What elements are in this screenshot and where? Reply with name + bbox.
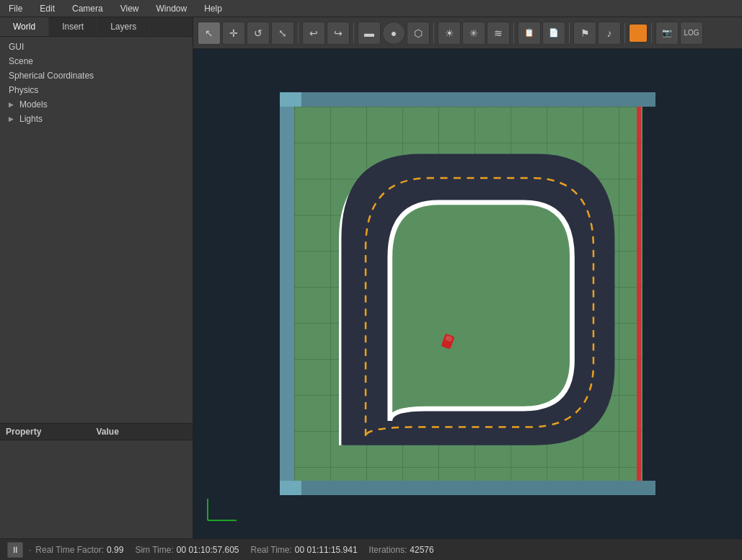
tree-item-lights-label: Lights bbox=[19, 114, 43, 124]
property-panel: Property Value bbox=[0, 423, 193, 538]
menu-edit[interactable]: Edit bbox=[34, 2, 61, 15]
iterations-value: 42576 bbox=[410, 545, 433, 555]
tree-item-scene[interactable]: Scene bbox=[0, 54, 193, 68]
realtime-factor-label: Real Time Factor: bbox=[35, 545, 104, 555]
menu-file[interactable]: File bbox=[3, 2, 28, 15]
point-light-button[interactable]: ☀ bbox=[438, 22, 461, 45]
scene-area bbox=[193, 49, 742, 538]
realtime-dot: · bbox=[29, 545, 31, 555]
directional-light-button[interactable]: ≋ bbox=[487, 22, 510, 45]
sep2 bbox=[353, 23, 354, 43]
iterations-label: Iterations: bbox=[369, 545, 407, 555]
tree-item-models-label: Models bbox=[19, 99, 48, 110]
wall-right bbox=[641, 49, 742, 538]
screenshot-button[interactable]: 📷 bbox=[655, 22, 679, 45]
menubar: File Edit Camera View Window Help bbox=[0, 0, 742, 17]
sim-time-value: 00 01:10:57.605 bbox=[177, 545, 239, 555]
sep1 bbox=[298, 23, 299, 43]
box-shape-button[interactable]: ▬ bbox=[358, 22, 381, 45]
tree-item-gui[interactable]: GUI bbox=[0, 40, 193, 54]
audio-button[interactable]: ♪ bbox=[598, 22, 621, 45]
tab-world[interactable]: World bbox=[0, 17, 49, 36]
scale-tool-button[interactable]: ⤡ bbox=[271, 22, 294, 45]
sim-time-label: Sim Time: bbox=[135, 545, 173, 555]
main-layout: World Insert Layers GUI Scene Spherical … bbox=[0, 17, 742, 538]
left-panel: World Insert Layers GUI Scene Spherical … bbox=[0, 17, 193, 538]
translate-tool-button[interactable]: ✛ bbox=[222, 22, 245, 45]
flag-button[interactable]: ⚑ bbox=[573, 22, 596, 45]
toolbar: ↖ ✛ ↺ ⤡ ↩ ↪ ▬ ● ⬡ ☀ ✳ ≋ 📋 📄 ⚑ ♪ 📷 LOG bbox=[193, 17, 742, 49]
accent-bottom bbox=[280, 481, 655, 495]
menu-window[interactable]: Window bbox=[151, 2, 193, 15]
statusbar: ⏸ · Real Time Factor: 0.99 Sim Time: 00 … bbox=[0, 538, 742, 560]
track-inner bbox=[390, 203, 573, 421]
property-header: Property Value bbox=[0, 424, 193, 440]
tree-item-spherical-label: Spherical Coordinates bbox=[9, 71, 94, 81]
coordinate-axes bbox=[200, 495, 244, 524]
pause-button[interactable]: ⏸ bbox=[7, 542, 23, 558]
real-time-label: Real Time: bbox=[251, 545, 292, 555]
redo-button[interactable]: ↪ bbox=[327, 22, 350, 45]
sep6 bbox=[624, 23, 625, 43]
log-button[interactable]: LOG bbox=[680, 22, 703, 45]
tab-bar: World Insert Layers bbox=[0, 17, 193, 37]
sep5 bbox=[569, 23, 570, 43]
viewport[interactable]: ↖ ✛ ↺ ⤡ ↩ ↪ ▬ ● ⬡ ☀ ✳ ≋ 📋 📄 ⚑ ♪ 📷 LOG bbox=[193, 17, 742, 538]
menu-help[interactable]: Help bbox=[198, 2, 228, 15]
tree-item-physics[interactable]: Physics bbox=[0, 83, 193, 97]
menu-camera[interactable]: Camera bbox=[66, 2, 109, 15]
sphere-shape-button[interactable]: ● bbox=[382, 22, 405, 45]
race-track-svg bbox=[293, 105, 651, 476]
spot-light-button[interactable]: ✳ bbox=[462, 22, 485, 45]
tree-item-physics-label: Physics bbox=[9, 85, 38, 95]
orange-indicator[interactable] bbox=[629, 24, 648, 43]
value-col-label: Value bbox=[97, 427, 187, 437]
real-time-value: 00 01:11:15.941 bbox=[295, 545, 358, 555]
realtime-factor-value: 0.99 bbox=[107, 545, 123, 555]
sep4 bbox=[513, 23, 514, 43]
sep3 bbox=[433, 23, 434, 43]
tree-item-scene-label: Scene bbox=[9, 56, 33, 66]
rotate-tool-button[interactable]: ↺ bbox=[247, 22, 270, 45]
tab-layers[interactable]: Layers bbox=[97, 17, 150, 36]
undo-button[interactable]: ↩ bbox=[302, 22, 325, 45]
tree-item-lights[interactable]: Lights bbox=[0, 112, 193, 126]
tree-item-spherical[interactable]: Spherical Coordinates bbox=[0, 68, 193, 83]
tree-item-gui-label: GUI bbox=[9, 42, 24, 52]
property-col-label: Property bbox=[6, 427, 97, 437]
accent-top bbox=[280, 92, 655, 107]
tab-insert[interactable]: Insert bbox=[49, 17, 97, 36]
select-tool-button[interactable]: ↖ bbox=[198, 22, 221, 45]
tree-item-models[interactable]: Models bbox=[0, 97, 193, 112]
menu-view[interactable]: View bbox=[115, 2, 145, 15]
copy-button[interactable]: 📋 bbox=[518, 22, 541, 45]
cylinder-shape-button[interactable]: ⬡ bbox=[407, 22, 430, 45]
paste-button[interactable]: 📄 bbox=[542, 22, 565, 45]
sep7 bbox=[651, 23, 652, 43]
world-tree: GUI Scene Spherical Coordinates Physics … bbox=[0, 37, 193, 423]
wall-left bbox=[193, 49, 294, 538]
pause-icon: ⏸ bbox=[11, 545, 19, 555]
